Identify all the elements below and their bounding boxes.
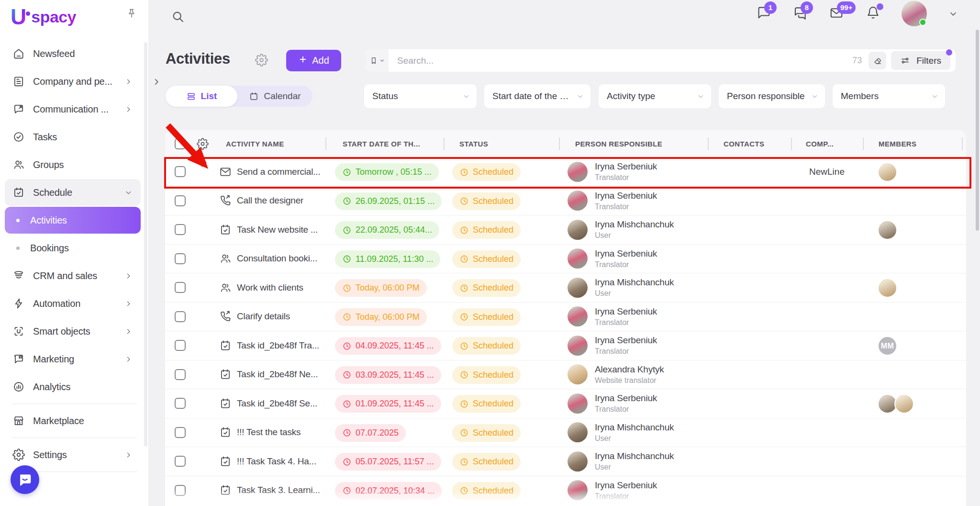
table-row-test-the-tasks[interactable]: !!! Test the tasks07.07.2025ScheduledIry… [165, 418, 966, 448]
filters-button[interactable]: Filters [891, 51, 950, 70]
column-header-status[interactable]: STATUS [459, 130, 488, 157]
row-checkbox[interactable] [175, 166, 186, 177]
select-all-checkbox[interactable] [175, 138, 186, 149]
sidebar-item-groups[interactable]: Groups [5, 151, 141, 178]
column-header-person[interactable]: PERSON RESPONSIBLE [575, 130, 662, 157]
table-row-task-id-2be48f-tra[interactable]: Task id_2be48f Tra...04.09.2025, 11:45 .… [165, 331, 966, 360]
sidebar-item-settings[interactable]: Settings [5, 441, 141, 468]
column-divider[interactable] [559, 137, 560, 150]
table-row-send-a-commercial[interactable]: Send a commercial...Tomorrow , 05:15 ...… [165, 157, 966, 187]
sidebar-item-crm-and-sales[interactable]: CRM and sales [5, 262, 141, 289]
person-name[interactable]: Iryna Mishchanchuk [595, 277, 674, 288]
search-icon[interactable] [171, 10, 185, 25]
sidebar-item-activities[interactable]: Activities [5, 207, 141, 234]
column-divider[interactable] [444, 137, 445, 150]
sidebar-item-newsfeed[interactable]: Newsfeed [5, 40, 141, 67]
sidebar-item-schedule[interactable]: Schedule [5, 179, 141, 206]
group-chat-icon[interactable]: 8 [792, 6, 808, 22]
sidebar-expand-icon[interactable] [151, 77, 162, 89]
add-button[interactable]: Add [286, 50, 341, 71]
tab-list-view[interactable]: List [166, 86, 237, 107]
column-header-start-date[interactable]: START DATE OF TH... [343, 130, 420, 157]
saved-search-bookmark-icon[interactable] [366, 49, 389, 72]
row-checkbox[interactable] [175, 398, 186, 409]
table-row-task-task-4-ha[interactable]: !!! Task Task 4. Ha...05.07.2025, 11:57 … [165, 447, 966, 476]
person-name[interactable]: Alexandra Khytyk [595, 364, 664, 375]
company-cell[interactable]: NewLine [791, 157, 863, 186]
table-settings-gear-icon[interactable] [197, 138, 209, 152]
activity-name[interactable]: Task id_2be48f Ne... [237, 369, 318, 380]
table-row-clarify-details[interactable]: Clarify detailsToday, 06:00 PMScheduledI… [165, 303, 966, 332]
person-name[interactable]: Iryna Mishchanchuk [595, 422, 674, 433]
row-checkbox[interactable] [175, 340, 186, 351]
column-header-contacts[interactable]: CONTACTS [724, 130, 764, 157]
sidebar-item-analytics[interactable]: Analytics [5, 373, 141, 400]
table-row-work-with-clients[interactable]: Work with clientsToday, 06:00 PMSchedule… [165, 273, 966, 303]
sidebar-item-communication[interactable]: Communication ... [5, 96, 141, 123]
sidebar-item-smart-objects[interactable]: Smart objects [5, 318, 141, 345]
table-row-task-id-2be48f-se[interactable]: Task id_2be48f Se...01.09.2025, 11:45 ..… [165, 389, 966, 418]
row-checkbox[interactable] [175, 311, 186, 322]
sidebar-item-marketplace[interactable]: Marketplace [5, 407, 141, 434]
brand-logo[interactable]: Uspacy [11, 5, 140, 29]
column-divider[interactable] [791, 137, 792, 150]
person-name[interactable]: Iryna Serbeniuk [595, 335, 657, 346]
row-checkbox[interactable] [175, 282, 186, 293]
activity-name[interactable]: Work with clients [237, 282, 303, 293]
person-name[interactable]: Iryna Serbeniuk [595, 393, 657, 404]
activity-name[interactable]: !!! Test the tasks [237, 427, 301, 438]
row-checkbox[interactable] [175, 485, 186, 496]
person-name[interactable]: Iryna Mishchanchuk [595, 451, 674, 461]
person-name[interactable]: Iryna Mishchanchuk [595, 219, 674, 230]
sidebar-item-automation[interactable]: Automation [5, 290, 141, 317]
column-header-members[interactable]: MEMBERS [879, 130, 916, 157]
filter-dropdown-person-responsible[interactable]: Person responsible [719, 84, 825, 108]
sidebar-scrollbar[interactable] [144, 42, 147, 447]
activity-name[interactable]: Task id_2be48f Tra... [237, 340, 319, 351]
column-divider[interactable] [708, 137, 709, 150]
activity-name[interactable]: Task id_2be48f Se... [237, 398, 317, 409]
filter-dropdown-start-date-of-the-eve[interactable]: Start date of the eve... [484, 84, 590, 108]
table-row-consultation-booki[interactable]: Consultation booki...11.09.2025, 11:30 .… [165, 245, 966, 274]
filter-dropdown-status[interactable]: Status [364, 84, 477, 108]
page-settings-gear-icon[interactable] [255, 54, 268, 68]
table-row-task-task-3-learni[interactable]: Task Task 3. Learni...02.07.2025, 10:34 … [165, 476, 966, 506]
person-name[interactable]: Iryna Serbeniuk [595, 480, 657, 491]
person-name[interactable]: Iryna Serbeniuk [595, 306, 657, 317]
activity-name[interactable]: !!! Task Task 4. Ha... [237, 456, 316, 467]
filter-dropdown-members[interactable]: Members [833, 84, 945, 108]
person-name[interactable]: Iryna Serbeniuk [595, 161, 657, 172]
pin-sidebar-icon[interactable] [125, 8, 138, 22]
table-row-task-new-website[interactable]: Task New website ...22.09.2025, 05:44...… [165, 215, 966, 245]
table-row-call-the-designer[interactable]: Call the designer26.09.2025, 01:15 ...Sc… [165, 187, 966, 216]
user-avatar[interactable] [902, 1, 927, 26]
column-divider[interactable] [325, 137, 326, 150]
row-checkbox[interactable] [175, 369, 186, 380]
activity-name[interactable]: Task New website ... [237, 225, 318, 235]
row-checkbox[interactable] [175, 195, 186, 206]
sidebar-item-bookings[interactable]: Bookings [5, 235, 141, 261]
clear-search-eraser-icon[interactable] [869, 52, 886, 69]
person-name[interactable]: Iryna Serbeniuk [595, 191, 657, 201]
activity-name[interactable]: Task Task 3. Learni... [237, 485, 320, 495]
sidebar-item-tasks[interactable]: Tasks [5, 124, 141, 150]
activity-name[interactable]: Send a commercial... [237, 167, 320, 177]
activity-name[interactable]: Clarify details [237, 311, 290, 322]
row-checkbox[interactable] [175, 253, 186, 264]
column-divider[interactable] [962, 137, 963, 150]
row-checkbox[interactable] [175, 456, 186, 467]
bell-icon[interactable] [865, 6, 880, 22]
column-divider[interactable] [863, 137, 864, 150]
tab-calendar-view[interactable]: Calendar [237, 86, 312, 107]
support-chat-fab[interactable] [11, 465, 39, 494]
table-row-task-id-2be48f-ne[interactable]: Task id_2be48f Ne...03.09.2025, 11:45 ..… [165, 360, 966, 390]
activity-name[interactable]: Call the designer [237, 195, 303, 206]
page-scrollbar[interactable] [976, 30, 979, 231]
chat-icon[interactable]: 1 [756, 6, 771, 22]
person-name[interactable]: Iryna Serbeniuk [595, 248, 657, 259]
activity-name[interactable]: Consultation booki... [237, 253, 317, 264]
row-checkbox[interactable] [175, 427, 186, 438]
search-input[interactable] [389, 56, 852, 66]
column-header-activity[interactable]: ACTIVITY NAME [226, 130, 284, 157]
profile-chevron-down-icon[interactable] [948, 9, 958, 19]
